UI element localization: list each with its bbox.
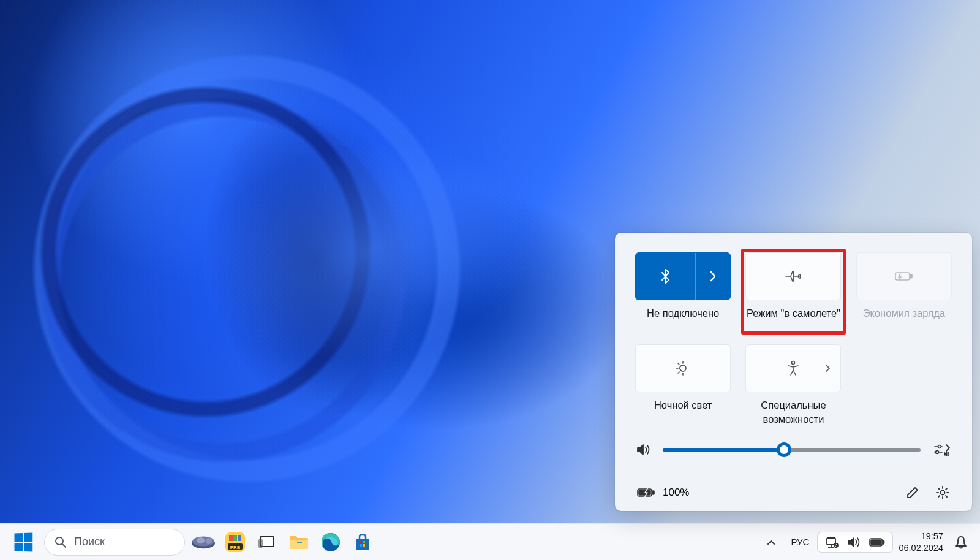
volume-icon[interactable] — [636, 443, 650, 456]
volume-slider[interactable] — [663, 448, 921, 452]
battery-percent-text: 100% — [663, 486, 689, 499]
svg-point-14 — [936, 451, 939, 454]
app-icon — [190, 531, 217, 553]
accessibility-icon — [786, 360, 801, 376]
windows-logo-icon — [15, 532, 33, 551]
bell-icon — [954, 535, 968, 550]
quick-tile-airplane[interactable] — [745, 252, 841, 300]
svg-rect-46 — [871, 540, 881, 545]
svg-text:PRE: PRE — [230, 545, 241, 550]
volume-output-button[interactable] — [933, 443, 951, 456]
start-button[interactable] — [7, 528, 39, 557]
volume-row — [635, 426, 952, 474]
taskbar-date: 06.02.2024 — [899, 542, 943, 554]
svg-point-12 — [938, 445, 941, 448]
taskbar-app-1[interactable] — [190, 529, 217, 556]
folder-icon — [288, 533, 309, 551]
quick-tile-accessibility[interactable] — [745, 344, 841, 392]
notifications-button[interactable] — [949, 535, 973, 550]
svg-rect-30 — [238, 535, 241, 541]
network-icon — [825, 536, 839, 548]
quick-tile-night-light-wrapper: Ночной свет — [635, 344, 731, 426]
gear-icon — [935, 485, 950, 500]
svg-rect-34 — [297, 542, 302, 543]
svg-rect-47 — [883, 540, 884, 544]
svg-rect-28 — [229, 535, 233, 541]
quick-tile-accessibility-wrapper: Специальные возможности — [745, 344, 842, 426]
app-icon: PRE — [224, 531, 246, 553]
bluetooth-icon — [660, 268, 672, 285]
quick-tile-bluetooth[interactable] — [635, 252, 731, 300]
quick-tile-night-light[interactable] — [635, 344, 731, 392]
search-icon — [55, 536, 67, 548]
svg-line-9 — [678, 372, 679, 373]
taskbar-app-2[interactable]: PRE — [222, 529, 249, 556]
quick-tile-airplane-label: Режим "в самолете" — [747, 306, 840, 333]
quick-tile-battery-saver-label: Экономия заряда — [863, 306, 945, 333]
bluetooth-expand[interactable] — [696, 253, 730, 300]
quick-tile-night-light-label: Ночной свет — [654, 398, 712, 425]
svg-rect-38 — [360, 544, 362, 547]
volume-slider-fill — [663, 448, 784, 452]
svg-line-20 — [62, 544, 66, 547]
svg-point-18 — [941, 491, 945, 495]
edge-icon — [320, 532, 341, 553]
taskbar-time: 19:57 — [899, 531, 943, 542]
svg-rect-1 — [910, 274, 912, 278]
svg-rect-29 — [233, 535, 237, 541]
search-placeholder: Поиск — [74, 535, 105, 548]
svg-rect-39 — [363, 544, 365, 547]
battery-icon — [637, 486, 655, 499]
svg-point-24 — [206, 537, 212, 543]
taskbar-search[interactable]: Поиск — [44, 529, 185, 556]
chevron-right-icon — [709, 270, 717, 282]
svg-rect-40 — [827, 538, 835, 545]
svg-rect-17 — [652, 491, 654, 494]
pencil-icon — [906, 486, 919, 499]
svg-rect-33 — [258, 539, 263, 548]
svg-rect-36 — [360, 541, 362, 543]
bluetooth-toggle[interactable] — [636, 253, 696, 300]
airplane-icon — [785, 269, 802, 284]
svg-rect-0 — [895, 273, 910, 280]
battery-saver-icon — [895, 270, 913, 282]
system-tray[interactable] — [818, 532, 892, 552]
chevron-right-icon — [825, 364, 831, 373]
settings-button[interactable] — [935, 485, 950, 500]
quick-settings-grid: Не подключено Режим "в самолете" Экономи… — [635, 252, 952, 426]
quick-tile-airplane-wrapper: Режим "в самолете" — [745, 252, 842, 333]
quick-tile-battery-saver[interactable] — [856, 252, 952, 300]
chevron-up-icon — [766, 539, 776, 546]
tray-overflow-button[interactable] — [760, 539, 782, 546]
svg-point-19 — [56, 537, 63, 545]
quick-tile-accessibility-label: Специальные возможности — [745, 398, 842, 426]
store-icon — [353, 532, 372, 552]
night-light-icon — [675, 360, 691, 376]
volume-tray-icon — [847, 536, 861, 548]
taskbar-task-view[interactable] — [254, 529, 281, 556]
svg-point-23 — [197, 537, 205, 543]
task-view-icon — [258, 533, 276, 551]
svg-rect-37 — [363, 541, 365, 543]
svg-point-10 — [792, 361, 795, 365]
taskbar-pinned-apps: PRE — [190, 529, 376, 556]
taskbar-store[interactable] — [349, 529, 376, 556]
battery-status[interactable]: 100% — [637, 486, 689, 499]
taskbar: Поиск PRE — [0, 523, 980, 560]
volume-slider-thumb[interactable] — [777, 442, 791, 457]
taskbar-explorer[interactable] — [285, 529, 312, 556]
edit-quick-settings-button[interactable] — [906, 486, 919, 499]
quick-tile-battery-saver-wrapper: Экономия заряда — [856, 252, 952, 333]
taskbar-edge[interactable] — [317, 529, 344, 556]
svg-line-8 — [678, 363, 679, 365]
quick-tile-bluetooth-wrapper: Не подключено — [635, 252, 731, 333]
taskbar-clock[interactable]: 19:57 06.02.2024 — [895, 531, 947, 554]
language-indicator[interactable]: РУС — [785, 537, 815, 547]
quick-settings-panel: Не подключено Режим "в самолете" Экономи… — [615, 233, 972, 511]
quick-tile-bluetooth-label: Не подключено — [647, 306, 719, 333]
battery-tray-icon — [869, 537, 885, 547]
quick-settings-footer: 100% — [635, 474, 952, 511]
